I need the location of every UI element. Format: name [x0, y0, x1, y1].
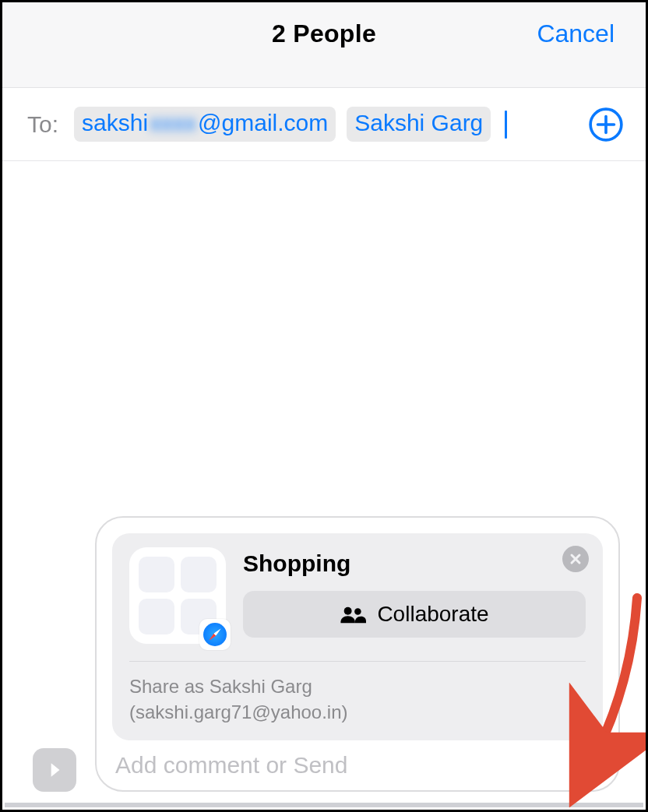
safari-icon [199, 619, 231, 650]
svg-point-4 [355, 608, 362, 615]
chevron-right-icon [44, 760, 65, 780]
remove-attachment-button[interactable] [562, 546, 589, 572]
share-as-text: Share as Sakshi Garg (sakshi.garg71@yaho… [129, 674, 586, 725]
collaborate-label: Collaborate [377, 602, 488, 627]
share-title: Shopping [243, 550, 586, 577]
recipient-blurred: xxxx [150, 110, 196, 135]
thumb-tile [139, 599, 174, 634]
compose-area: Shopping Collaborate [2, 516, 646, 810]
send-button[interactable] [572, 747, 609, 784]
message-input-row[interactable]: Add comment or Send [97, 740, 618, 790]
cancel-button[interactable]: Cancel [537, 19, 615, 48]
navbar-title: 2 People [272, 19, 376, 48]
plus-circle-icon [588, 107, 624, 142]
add-contact-button[interactable] [588, 107, 624, 142]
message-input[interactable]: Add comment or Send [115, 747, 562, 783]
collaborate-button[interactable]: Collaborate [243, 591, 586, 638]
people-icon [340, 605, 366, 624]
apps-toggle-button[interactable] [33, 748, 76, 792]
thumb-tile [181, 557, 217, 592]
close-icon [569, 553, 582, 565]
share-card: Shopping Collaborate [112, 533, 603, 740]
recipient-prefix: sakshi [82, 110, 148, 135]
svg-point-3 [344, 607, 352, 615]
divider [129, 661, 586, 662]
to-label: To: [27, 111, 58, 138]
navbar: 2 People Cancel [2, 2, 646, 88]
compose-bubble: Shopping Collaborate [95, 516, 620, 792]
share-thumbnail [129, 547, 226, 644]
thumb-tile [139, 557, 174, 592]
recipient-chip[interactable]: sakshixxxx@gmail.com [74, 107, 336, 142]
to-field-row[interactable]: To: sakshixxxx@gmail.com Sakshi Garg [2, 88, 646, 161]
recipient-chip[interactable]: Sakshi Garg [347, 107, 491, 142]
home-indicator-area [5, 803, 643, 807]
arrow-up-icon [581, 755, 600, 775]
text-cursor [505, 111, 507, 139]
recipient-display: Sakshi Garg [354, 110, 483, 135]
recipient-suffix: @gmail.com [198, 110, 328, 135]
